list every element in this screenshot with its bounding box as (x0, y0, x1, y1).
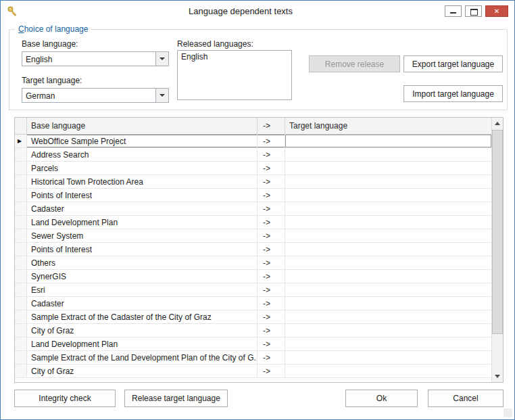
minimize-button[interactable] (445, 5, 462, 17)
arrow-cell: -> (258, 162, 285, 174)
target-language-cell[interactable] (285, 337, 491, 350)
table-row[interactable]: Land Development Plan-> (15, 337, 491, 351)
target-language-cell[interactable] (285, 148, 491, 161)
row-selector[interactable] (15, 175, 27, 188)
base-language-cell[interactable]: Land Development Plan (27, 216, 258, 229)
resize-grip[interactable] (504, 409, 512, 417)
target-language-cell[interactable] (285, 351, 491, 364)
header-base-language[interactable]: Base language (27, 118, 258, 134)
base-language-cell[interactable]: City of Graz (27, 365, 258, 377)
base-language-cell[interactable]: Sample Extract of the Land Development P… (27, 351, 258, 364)
target-language-cell[interactable] (285, 202, 491, 215)
base-language-cell[interactable]: Parcels (27, 162, 258, 174)
row-selector[interactable] (15, 148, 27, 161)
base-language-cell[interactable]: Esri (27, 283, 258, 296)
base-language-cell[interactable]: Cadaster (27, 297, 258, 310)
target-language-cell[interactable] (285, 283, 491, 296)
table-row[interactable]: Address Search-> (15, 148, 491, 162)
header-target-language[interactable]: Target language (285, 118, 491, 134)
base-language-cell[interactable]: Historical Town Protection Area (27, 175, 258, 188)
base-language-cell[interactable]: Land Development Plan (27, 337, 258, 350)
table-row[interactable]: Historical Town Protection Area-> (15, 175, 491, 189)
table-row[interactable]: Land Development Plan-> (15, 216, 491, 229)
remove-release-button[interactable]: Remove release (309, 55, 400, 72)
row-selector[interactable] (15, 324, 27, 337)
base-language-cell[interactable]: Sample Extract of the Cadaster of the Ci… (27, 310, 258, 323)
table-row[interactable]: Cadaster-> (15, 202, 491, 216)
target-language-cell[interactable] (285, 324, 491, 337)
target-language-cell[interactable] (285, 270, 491, 283)
row-selector[interactable] (15, 189, 27, 202)
target-language-cell[interactable] (285, 135, 491, 147)
table-row[interactable]: Sample Extract of the Land Development P… (15, 351, 491, 365)
base-language-cell[interactable]: Points of Interest (27, 243, 258, 256)
chevron-down-icon[interactable] (155, 52, 168, 66)
titlebar: Language dependent texts (1, 1, 514, 21)
row-selector[interactable] (15, 202, 27, 215)
integrity-check-button[interactable]: Integrity check (14, 390, 116, 407)
base-language-cell[interactable]: City of Graz (27, 324, 258, 337)
table-row[interactable]: SynerGIS-> (15, 270, 491, 283)
table-row[interactable]: City of Graz-> (15, 324, 491, 337)
base-language-cell[interactable]: Address Search (27, 148, 258, 161)
target-language-cell[interactable] (285, 175, 491, 188)
row-selector[interactable] (15, 256, 27, 269)
target-language-cell[interactable] (285, 243, 491, 256)
row-selector[interactable] (15, 310, 27, 323)
table-row[interactable]: Points of Interest-> (15, 243, 491, 256)
base-language-cell[interactable]: SynerGIS (27, 270, 258, 283)
row-selector[interactable] (15, 365, 27, 377)
base-language-cell[interactable]: Points of Interest (27, 189, 258, 202)
target-language-cell[interactable] (285, 365, 491, 377)
row-selector[interactable] (15, 283, 27, 296)
table-row[interactable]: City of Graz-> (15, 365, 491, 378)
target-language-cell[interactable] (285, 256, 491, 269)
target-language-cell[interactable] (285, 310, 491, 323)
target-language-cell[interactable] (285, 297, 491, 310)
base-language-cell[interactable]: Others (27, 256, 258, 269)
cancel-button[interactable]: Cancel (428, 390, 504, 407)
base-language-select[interactable]: English (22, 51, 169, 66)
released-languages-list[interactable]: English (177, 50, 292, 100)
base-language-cell[interactable]: Sewer System (27, 229, 258, 242)
row-selector[interactable] (15, 162, 27, 174)
row-selector[interactable] (15, 135, 27, 147)
scroll-up-icon[interactable] (492, 118, 503, 129)
table-row[interactable]: Esri-> (15, 283, 491, 297)
scrollbar-thumb[interactable] (492, 130, 503, 334)
base-language-cell[interactable]: Cadaster (27, 202, 258, 215)
import-target-language-button[interactable]: Import target language (403, 85, 503, 102)
chevron-down-icon[interactable] (155, 89, 168, 102)
table-row[interactable]: Parcels-> (15, 162, 491, 175)
list-item[interactable]: English (178, 51, 291, 63)
arrow-cell: -> (258, 324, 285, 337)
table-row[interactable]: Others-> (15, 256, 491, 270)
scroll-down-icon[interactable] (492, 371, 503, 382)
target-language-cell[interactable] (285, 229, 491, 242)
row-selector[interactable] (15, 216, 27, 229)
row-selector[interactable] (15, 337, 27, 350)
base-language-cell[interactable]: WebOffice Sample Project (27, 135, 258, 147)
release-target-language-button[interactable]: Release target language (124, 390, 228, 407)
table-row[interactable]: WebOffice Sample Project-> (15, 135, 491, 148)
table-row[interactable]: Sample Extract of the Cadaster of the Ci… (15, 310, 491, 324)
maximize-button[interactable] (465, 5, 482, 17)
table-row[interactable]: Points of Interest-> (15, 189, 491, 202)
row-selector[interactable] (15, 270, 27, 283)
arrow-cell: -> (258, 175, 285, 188)
row-selector[interactable] (15, 297, 27, 310)
target-language-select[interactable]: German (22, 88, 169, 103)
close-button[interactable] (485, 5, 508, 17)
row-selector[interactable] (15, 243, 27, 256)
ok-button[interactable]: Ok (345, 390, 418, 407)
table-row[interactable]: Sewer System-> (15, 229, 491, 243)
export-target-language-button[interactable]: Export target language (403, 55, 503, 72)
target-language-cell[interactable] (285, 189, 491, 202)
row-selector[interactable] (15, 229, 27, 242)
target-language-cell[interactable] (285, 216, 491, 229)
arrow-cell: -> (258, 148, 285, 161)
table-row[interactable]: Cadaster-> (15, 297, 491, 310)
row-selector[interactable] (15, 351, 27, 364)
target-language-cell[interactable] (285, 162, 491, 174)
grid-scrollbar[interactable] (491, 118, 503, 382)
